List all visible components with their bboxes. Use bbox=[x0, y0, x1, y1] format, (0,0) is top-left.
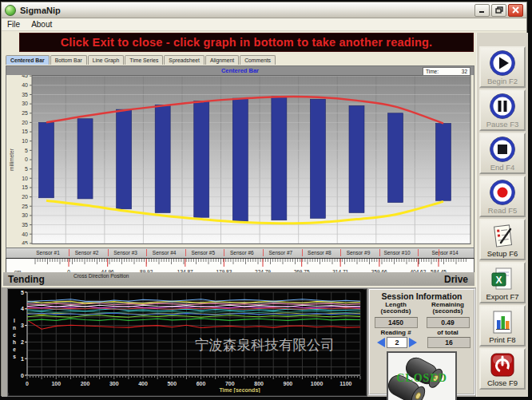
svg-text:4: 4 bbox=[21, 306, 24, 311]
menu-about[interactable]: About bbox=[26, 20, 58, 29]
nip-status-text: CLOSED bbox=[388, 372, 455, 385]
svg-text:700: 700 bbox=[225, 381, 235, 386]
svg-text:25: 25 bbox=[22, 204, 28, 209]
svg-text:h: h bbox=[13, 339, 16, 345]
sensor-position-mark bbox=[439, 249, 439, 256]
setup-f6-button[interactable]: Setup F6 bbox=[479, 219, 526, 260]
svg-text:X: X bbox=[495, 274, 502, 285]
svg-text:n: n bbox=[13, 325, 16, 331]
tending-label: Tending bbox=[8, 274, 45, 285]
tab-strip: Centered BarBottom BarLine GraphTime Ser… bbox=[6, 53, 276, 65]
tab-spreadsheet[interactable]: Spreadsheet bbox=[164, 55, 204, 65]
sensor-bar-11 bbox=[436, 124, 451, 201]
session-information-panel: Session Information Length (seconds) Rem… bbox=[368, 288, 475, 395]
svg-text:40: 40 bbox=[22, 232, 28, 237]
tab-comments[interactable]: Comments bbox=[240, 55, 276, 65]
sensor-position-mark bbox=[340, 249, 341, 256]
sensor-label-8: Sensor #8 bbox=[308, 250, 332, 255]
tab-line-graph[interactable]: Line Graph bbox=[88, 55, 125, 65]
previous-reading-button[interactable] bbox=[377, 338, 385, 347]
svg-text:800: 800 bbox=[254, 381, 264, 386]
svg-text:3: 3 bbox=[21, 323, 24, 328]
export-f7-button[interactable]: XExport F7 bbox=[479, 262, 526, 303]
minimize-button[interactable] bbox=[474, 4, 490, 17]
alert-banner: Click Exit to close - click graph in bot… bbox=[19, 33, 474, 52]
app-icon bbox=[5, 5, 16, 16]
window-title: SigmaNip bbox=[20, 6, 474, 15]
svg-text:15: 15 bbox=[22, 184, 28, 190]
sensor-bar-1 bbox=[39, 122, 54, 197]
reading-number-field[interactable]: 2 bbox=[387, 337, 407, 348]
chart-title: Centered Bar bbox=[6, 67, 474, 74]
sensor-bar-6 bbox=[232, 98, 248, 222]
svg-text:35: 35 bbox=[22, 92, 28, 97]
close-f9-button[interactable]: Close F9 bbox=[479, 348, 526, 390]
pause-icon bbox=[489, 93, 516, 120]
length-label: Length (seconds) bbox=[372, 302, 420, 315]
sensor-bar-8 bbox=[310, 99, 325, 218]
remaining-label: Remaining (seconds) bbox=[424, 302, 472, 315]
end-f4-button[interactable]: End F4 bbox=[479, 133, 526, 174]
svg-text:0: 0 bbox=[21, 373, 24, 378]
sensor-bar-3 bbox=[117, 109, 132, 209]
centered-bar-chart-panel: Centered Bar Time: 32 454035302520151050… bbox=[6, 65, 474, 281]
tab-time-series[interactable]: Time Series bbox=[125, 55, 163, 65]
svg-text:c: c bbox=[13, 332, 16, 338]
sensor-position-mark bbox=[302, 249, 303, 256]
svg-text:45: 45 bbox=[22, 75, 28, 78]
svg-text:600: 600 bbox=[197, 381, 206, 386]
sensor-label-7: Sensor #7 bbox=[269, 250, 293, 255]
read-f5-button[interactable]: Read F5 bbox=[479, 176, 526, 217]
svg-text:25: 25 bbox=[22, 110, 28, 116]
sensor-position-mark bbox=[263, 249, 264, 256]
begin-f2-button[interactable]: Begin F2 bbox=[479, 46, 526, 88]
watermark-text: 宁波森泉科技有限公司 bbox=[195, 335, 335, 354]
sensor-bar-10 bbox=[388, 113, 403, 203]
tab-centered-bar[interactable]: Centered Bar bbox=[6, 55, 50, 65]
svg-text:millimeter: millimeter bbox=[9, 148, 14, 171]
tab-alignment[interactable]: Alignment bbox=[205, 55, 239, 65]
action-sidebar: Begin F2Pause F3End F4Read F5Setup F6XEx… bbox=[476, 33, 528, 397]
close-window-button[interactable] bbox=[508, 4, 523, 17]
svg-text:I: I bbox=[14, 318, 15, 323]
tab-bottom-bar[interactable]: Bottom Bar bbox=[50, 55, 87, 65]
session-title: Session Information bbox=[370, 291, 474, 301]
record-icon bbox=[489, 179, 516, 206]
restore-button[interactable] bbox=[491, 4, 506, 17]
menu-file[interactable]: File bbox=[2, 20, 26, 29]
sensor-bar-5 bbox=[194, 101, 209, 218]
chart-icon bbox=[489, 308, 516, 335]
sensor-position-mark bbox=[224, 249, 224, 256]
print-f8-button[interactable]: Print F8 bbox=[479, 305, 526, 347]
sensor-label-9: Sensor #9 bbox=[347, 250, 371, 255]
sensor-label-10: Sensor #10 bbox=[383, 250, 410, 255]
next-reading-button[interactable] bbox=[409, 338, 417, 347]
length-value: 1450 bbox=[375, 317, 418, 328]
sensor-position-mark bbox=[379, 249, 380, 256]
stop-icon bbox=[489, 136, 516, 163]
svg-text:35: 35 bbox=[22, 222, 28, 228]
svg-text:30: 30 bbox=[22, 212, 28, 218]
alert-banner-text: Click Exit to close - click graph in bot… bbox=[61, 36, 433, 49]
power-icon bbox=[489, 351, 516, 378]
sensor-bar-9 bbox=[349, 105, 364, 212]
bar-chart-svg: 45403530252015105051015202530354045milli… bbox=[6, 75, 474, 244]
svg-text:20: 20 bbox=[22, 194, 28, 200]
time-field[interactable]: Time: 32 bbox=[423, 67, 470, 76]
play-icon bbox=[489, 50, 516, 77]
svg-text:1: 1 bbox=[21, 356, 24, 362]
svg-text:500: 500 bbox=[167, 381, 177, 386]
pause-f3-button[interactable]: Pause F3 bbox=[479, 89, 526, 131]
svg-text:10: 10 bbox=[22, 138, 28, 144]
cross-direction-position-label: Cross Direction Position bbox=[73, 273, 129, 279]
sensor-position-mark bbox=[69, 249, 69, 256]
svg-text:1100: 1100 bbox=[339, 381, 351, 386]
total-label: of total bbox=[424, 330, 472, 336]
svg-text:400: 400 bbox=[138, 381, 148, 386]
sensor-label-11: Sensor #14 bbox=[431, 250, 458, 255]
sensor-position-mark bbox=[108, 249, 109, 256]
sensor-label-3: Sensor #3 bbox=[113, 250, 137, 255]
svg-text:30: 30 bbox=[22, 101, 28, 106]
orientation-bar: Cross Direction Position Tending Drive bbox=[3, 272, 474, 286]
sensor-position-mark bbox=[146, 249, 147, 256]
